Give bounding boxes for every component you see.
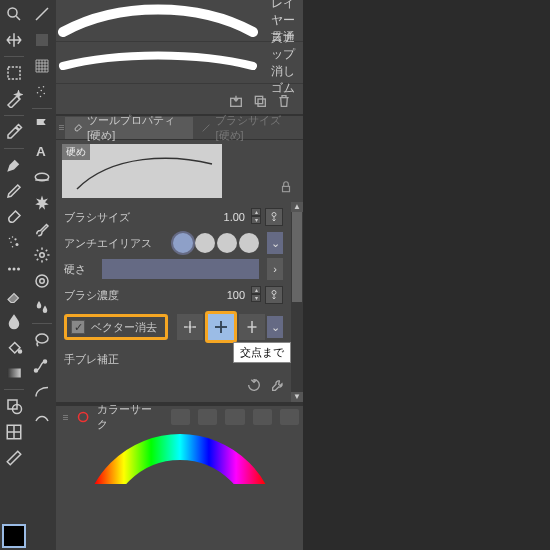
subtool-gear[interactable] [30, 243, 54, 267]
svg-point-40 [272, 291, 276, 295]
value[interactable]: 1.00 [224, 211, 247, 223]
brush-label: スナップ消しゴム [266, 29, 295, 97]
svg-point-7 [16, 243, 19, 246]
chevron-down-icon[interactable]: ⌄ [267, 232, 283, 254]
subtool-text[interactable]: A [30, 139, 54, 163]
color-tab-3[interactable] [225, 409, 244, 425]
tool-shape[interactable] [2, 394, 26, 418]
svg-rect-2 [8, 67, 20, 79]
hardness-slider[interactable] [102, 259, 259, 279]
checkbox-icon[interactable]: ✓ [71, 320, 85, 334]
subtool-drops[interactable] [30, 295, 54, 319]
vector-mode-whole[interactable] [239, 314, 265, 340]
svg-rect-19 [36, 34, 48, 46]
subtool-lasso[interactable] [30, 328, 54, 352]
subtool-brush2[interactable] [30, 217, 54, 241]
color-panel: カラーサーク [56, 404, 303, 484]
svg-point-8 [12, 246, 14, 248]
tool-wand[interactable] [2, 87, 26, 111]
aa-option-4[interactable] [239, 233, 259, 253]
import-icon[interactable] [227, 92, 245, 110]
tool-ruler[interactable] [2, 446, 26, 470]
tool-pencil[interactable] [2, 179, 26, 203]
color-tab-1[interactable] [171, 409, 190, 425]
wrench-icon[interactable] [269, 376, 287, 394]
brush-preview-row: 硬め [56, 140, 303, 202]
grip-icon[interactable] [60, 415, 69, 420]
svg-point-9 [8, 268, 11, 271]
brush-preview-box[interactable]: 硬め [62, 144, 222, 198]
subtool-curve2[interactable] [30, 406, 54, 430]
tool-brush[interactable] [2, 205, 26, 229]
svg-point-29 [40, 253, 45, 258]
label: 硬さ [64, 262, 98, 277]
color-circle-icon [77, 410, 89, 424]
svg-point-23 [37, 92, 39, 94]
prop-brush-size: ブラシサイズ 1.00 ▴▾ [64, 204, 297, 230]
svg-point-49 [79, 412, 88, 421]
tool-eraser[interactable] [2, 283, 26, 307]
subtool-flag[interactable] [30, 113, 54, 137]
svg-point-0 [8, 8, 17, 17]
tool-blend[interactable] [2, 309, 26, 333]
aa-option-1[interactable] [173, 233, 193, 253]
svg-point-21 [43, 86, 45, 88]
vector-mode-intersection[interactable] [208, 314, 234, 340]
tool-gradient[interactable] [2, 361, 26, 385]
lock-icon[interactable] [279, 180, 293, 196]
chevron-right-icon[interactable]: › [267, 258, 283, 280]
stepper[interactable]: ▴▾ [251, 208, 261, 226]
subtool-spray[interactable] [30, 80, 54, 104]
tool-zoom[interactable] [2, 2, 26, 26]
subtool-ellipse[interactable] [30, 165, 54, 189]
svg-point-20 [38, 87, 40, 89]
tab-tool-property[interactable]: ツールプロパティ[硬め] [65, 117, 193, 139]
svg-point-31 [40, 279, 45, 284]
subtool-1[interactable] [30, 2, 54, 26]
svg-point-5 [14, 238, 16, 240]
color-wheel[interactable] [56, 428, 303, 484]
scroll-down-icon[interactable]: ▼ [291, 392, 303, 402]
dynamics-icon[interactable] [265, 286, 283, 304]
tool-fill[interactable] [2, 335, 26, 359]
canvas-area [303, 0, 550, 550]
tool-eyedropper[interactable] [2, 120, 26, 144]
property-tabs: ツールプロパティ[硬め] ブラシサイズ[硬め] [56, 116, 303, 140]
subtool-3[interactable] [30, 54, 54, 78]
reset-icon[interactable] [245, 376, 263, 394]
subtool-burst[interactable] [30, 191, 54, 215]
value[interactable]: 100 [227, 289, 247, 301]
chevron-down-icon[interactable]: ⌄ [267, 316, 283, 338]
color-tab-2[interactable] [198, 409, 217, 425]
subtool-target[interactable] [30, 269, 54, 293]
tool-pen[interactable] [2, 153, 26, 177]
color-tab-5[interactable] [280, 409, 299, 425]
tool-move[interactable] [2, 28, 26, 52]
trash-icon[interactable] [275, 92, 293, 110]
tool-airbrush[interactable] [2, 231, 26, 255]
vector-erase-checkbox-group[interactable]: ✓ ベクター消去 [64, 314, 168, 340]
antialias-options[interactable] [173, 233, 259, 253]
svg-rect-38 [283, 186, 290, 191]
tab-brush-size[interactable]: ブラシサイズ[硬め] [193, 117, 303, 139]
label: ブラシサイズ [64, 210, 154, 225]
stepper[interactable]: ▴▾ [251, 286, 261, 304]
tool-deco[interactable] [2, 257, 26, 281]
color-tab-4[interactable] [253, 409, 272, 425]
brush-preset-item[interactable]: スナップ消しゴム [56, 42, 303, 84]
dynamics-icon[interactable] [265, 208, 283, 226]
tool-marquee[interactable] [2, 61, 26, 85]
subtool-path[interactable] [30, 354, 54, 378]
subtool-curve[interactable] [30, 380, 54, 404]
foreground-color-swatch[interactable] [2, 524, 26, 548]
duplicate-icon[interactable] [251, 92, 269, 110]
label: アンチエイリアス [64, 236, 154, 251]
vector-mode-touch[interactable] [177, 314, 203, 340]
svg-point-22 [41, 90, 43, 92]
grip-icon[interactable] [56, 125, 65, 130]
subtool-2[interactable] [30, 28, 54, 52]
aa-option-3[interactable] [217, 233, 237, 253]
tool-column-sub: A [28, 0, 56, 550]
aa-option-2[interactable] [195, 233, 215, 253]
tool-frame[interactable] [2, 420, 26, 444]
